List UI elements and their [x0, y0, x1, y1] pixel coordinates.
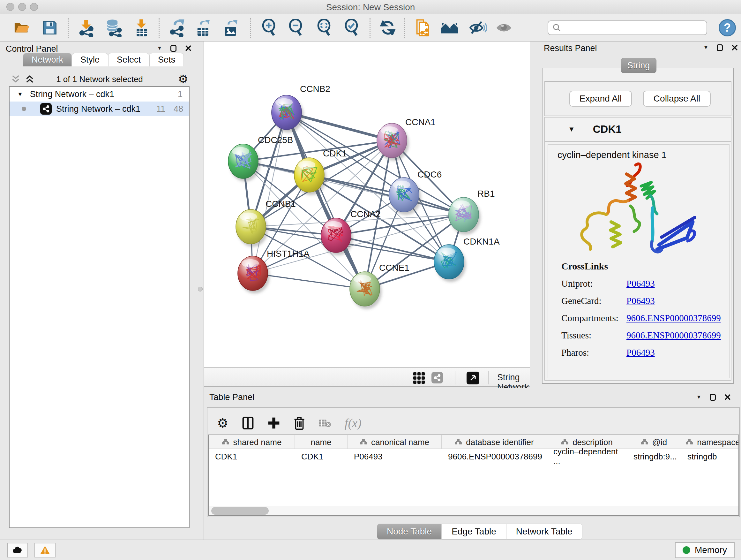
network-edge[interactable] [286, 112, 365, 289]
close-panel-icon[interactable] [724, 394, 731, 401]
crosslink-link[interactable]: P06493 [626, 278, 655, 289]
node-details-header[interactable]: ▼ CDK1 [545, 118, 731, 142]
cloud-status-button[interactable] [7, 543, 28, 557]
network-options-gear-icon[interactable]: ⚙ [178, 73, 188, 85]
network-collection-row[interactable]: ▼ String Network – cdk1 1 [10, 87, 189, 102]
collapse-all-chevron-icon[interactable] [11, 75, 20, 84]
cell-namespace[interactable]: stringdb [681, 450, 739, 463]
zoom-fit-button[interactable] [315, 18, 333, 37]
table-row[interactable]: CDK1CDK1P064939606.ENSP00000378699cyclin… [209, 450, 739, 463]
crosslink-link[interactable]: 9606.ENSP00000378699 [626, 313, 721, 323]
toolbar-separator [250, 18, 251, 38]
panel-menu-icon[interactable]: ▼ [157, 45, 162, 51]
show-columns-icon[interactable] [242, 416, 254, 430]
network-edge[interactable] [253, 214, 464, 273]
tab-edge-table[interactable]: Edge Table [442, 523, 506, 540]
crosslink-link[interactable]: 9606.ENSP00000378699 [626, 330, 721, 341]
close-panel-icon[interactable] [185, 45, 192, 52]
warning-status-button[interactable] [35, 543, 56, 557]
grid-view-icon[interactable] [413, 372, 425, 384]
tab-style[interactable]: Style [72, 53, 108, 66]
export-network-button[interactable] [167, 18, 186, 37]
birds-eye-view-button[interactable] [467, 372, 479, 384]
tab-select[interactable]: Select [108, 53, 149, 66]
hide-selected-button[interactable] [468, 18, 487, 37]
panel-menu-icon[interactable]: ▼ [703, 45, 709, 51]
zoom-out-button[interactable] [286, 18, 305, 37]
import-network-database-button[interactable] [104, 18, 123, 37]
export-image-button[interactable] [221, 18, 240, 37]
column-header-name[interactable]: name [295, 435, 347, 449]
toolbar-separator [488, 371, 489, 384]
delete-table-icon[interactable] [319, 418, 331, 428]
column-header-database-identifier[interactable]: database identifier [442, 435, 547, 449]
open-folder-icon [14, 21, 30, 35]
crosslink-label: Pharos: [561, 348, 626, 358]
zoom-selected-button[interactable] [342, 18, 360, 37]
network-row-selected[interactable]: String Network – cdk1 11 48 [10, 102, 189, 116]
crosslink-link[interactable]: P06493 [626, 296, 655, 306]
home-networks-button[interactable] [441, 18, 459, 37]
toolbar-separator [455, 371, 455, 384]
float-panel-icon[interactable] [171, 45, 177, 52]
network-edge[interactable] [336, 235, 449, 262]
tab-node-table[interactable]: Node Table [377, 523, 442, 540]
tab-network[interactable]: Network [23, 53, 72, 66]
string-results-box: Expand All Collapse All ▼ CDK1 cyclin–de… [542, 68, 734, 384]
open-session-button[interactable] [13, 18, 31, 37]
collapse-all-button[interactable]: Collapse All [643, 91, 711, 107]
save-session-button[interactable] [41, 18, 59, 37]
tab-network-table[interactable]: Network Table [506, 523, 583, 540]
collection-count: 1 [178, 89, 183, 99]
toolbar-separator [68, 18, 69, 38]
export-table-button[interactable] [193, 18, 212, 37]
eye-icon [495, 21, 512, 35]
tab-string[interactable]: String [621, 58, 657, 73]
cell-canonical-name[interactable]: P06493 [347, 450, 442, 463]
zoom-in-button[interactable] [259, 18, 278, 37]
tab-sets[interactable]: Sets [149, 53, 184, 66]
add-column-plus-icon[interactable] [267, 417, 280, 429]
cell-database-identifier[interactable]: 9606.ENSP00000378699 [442, 450, 547, 463]
refresh-layout-button[interactable] [379, 18, 397, 37]
shared-column-icon [641, 437, 649, 447]
column-header-shared-name[interactable]: shared name [209, 435, 295, 449]
expand-all-button[interactable]: Expand All [569, 91, 632, 107]
section-collapse-icon[interactable]: ▼ [568, 125, 575, 133]
table-panel: Table Panel ▼ ⚙ [204, 388, 741, 540]
column-header--id[interactable]: @id [627, 435, 681, 449]
function-builder-icon[interactable]: f(x) [345, 416, 361, 430]
float-panel-icon[interactable] [717, 44, 723, 51]
search-input[interactable] [562, 23, 699, 33]
clone-network-button[interactable] [413, 18, 432, 37]
cell-shared-name[interactable]: CDK1 [209, 450, 295, 463]
table-options-gear-icon[interactable]: ⚙ [217, 417, 228, 429]
import-network-file-button[interactable] [77, 18, 95, 37]
close-panel-icon[interactable] [731, 44, 738, 51]
help-button[interactable]: ? [719, 19, 736, 37]
cell-name[interactable]: CDK1 [295, 450, 347, 463]
left-splitter-handle[interactable] [198, 287, 203, 292]
cell--id[interactable]: stringdb:9... [627, 450, 681, 463]
horizontal-scrollbar[interactable] [209, 506, 738, 515]
show-all-button[interactable] [495, 18, 513, 37]
float-panel-icon[interactable] [710, 394, 716, 401]
crosslink-link[interactable]: P06493 [626, 348, 655, 358]
crosslink-row: GeneCard:P06493 [561, 296, 727, 306]
memory-button[interactable]: Memory [675, 542, 735, 558]
panel-menu-icon[interactable]: ▼ [696, 394, 701, 400]
column-header-namespace[interactable]: namespace [681, 435, 739, 449]
memory-status-dot-icon [683, 546, 690, 554]
delete-trash-icon[interactable] [293, 416, 305, 430]
network-edge[interactable] [309, 175, 464, 214]
cell-description[interactable]: cyclin–dependent ... [547, 450, 627, 463]
scrollbar-thumb[interactable] [211, 507, 269, 515]
import-table-button[interactable] [132, 18, 151, 37]
collection-expand-icon[interactable]: ▼ [17, 91, 23, 98]
column-header-canonical-name[interactable]: canonical name [347, 435, 442, 449]
expand-all-chevron-icon[interactable] [25, 75, 35, 84]
network-canvas[interactable]: CCNB2CCNA1CDC25BCDK1CDC6RB1CCNB1CCNA2CDK… [204, 42, 530, 367]
zoom-selected-icon [343, 19, 360, 37]
network-view-toolbar: String Network – cdk1 ✓ 1 – 0 0 – 0 [204, 367, 530, 387]
network-overview-share-icon[interactable] [431, 372, 443, 383]
